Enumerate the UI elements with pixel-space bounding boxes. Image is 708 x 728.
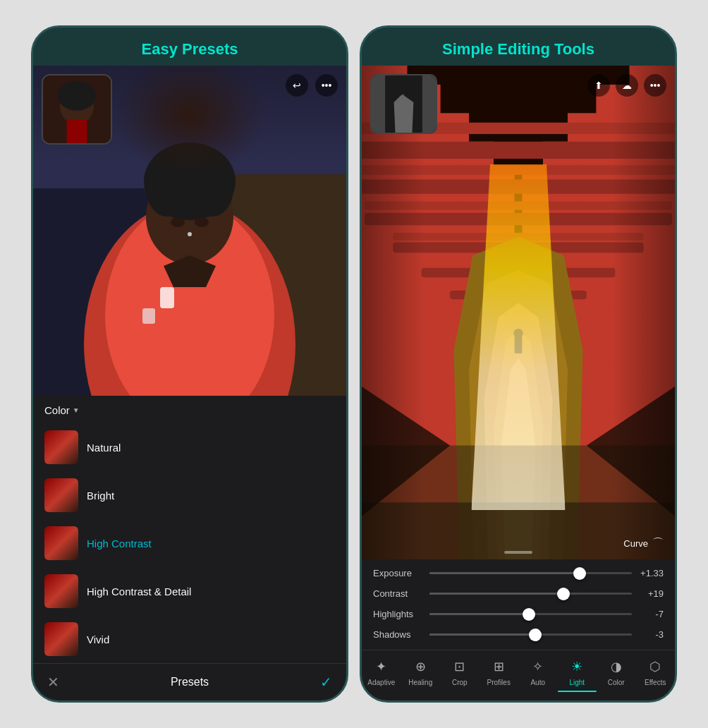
scroll-handle[interactable] xyxy=(504,551,532,554)
app-container: Easy Presets xyxy=(0,0,708,728)
chevron-down-icon: ▼ xyxy=(73,406,80,414)
tool-item-profiles[interactable]: ⊞Profiles xyxy=(480,657,518,692)
toolbar-items: ✦Adaptive⊕Healing⊡Crop⊞Profiles✧Auto☀Lig… xyxy=(362,657,675,692)
more-button-right[interactable]: ••• xyxy=(644,74,666,97)
tool-icon-profiles: ⊞ xyxy=(489,657,508,676)
svg-rect-6 xyxy=(142,308,155,324)
slider-thumb-shadows[interactable] xyxy=(529,629,542,641)
thumbnail-right xyxy=(370,74,437,134)
tool-label-profiles: Profiles xyxy=(487,679,511,686)
svg-rect-43 xyxy=(450,291,587,299)
svg-rect-54 xyxy=(515,336,523,353)
curve-label: Curve xyxy=(623,538,648,549)
svg-point-55 xyxy=(513,329,523,338)
tool-icon-effects: ⬡ xyxy=(646,657,664,676)
svg-rect-1 xyxy=(33,188,346,396)
tool-item-light[interactable]: ☀Light xyxy=(558,657,597,692)
bottom-bar-left: ✕ Presets ✓ xyxy=(33,663,346,700)
more-button[interactable]: ••• xyxy=(315,74,338,97)
main-photo-right xyxy=(362,66,675,559)
slider-list: Exposure+1.33Contrast+19Highlights-7Shad… xyxy=(373,568,664,640)
svg-rect-38 xyxy=(365,213,672,226)
svg-rect-20 xyxy=(362,66,675,559)
tool-item-color[interactable]: ◑Color xyxy=(597,657,635,692)
color-header[interactable]: Color ▼ xyxy=(33,404,346,423)
svg-rect-44 xyxy=(474,310,563,318)
left-phone: Easy Presets xyxy=(31,25,348,703)
right-top-icons: ⬆ ☁ ••• xyxy=(587,74,666,97)
slider-thumb-highlights[interactable] xyxy=(523,608,535,621)
preset-item-vivid[interactable]: Vivid xyxy=(33,615,346,663)
svg-rect-29 xyxy=(568,113,611,559)
cloud-button[interactable]: ☁ xyxy=(616,74,638,97)
preset-thumb-high-contrast xyxy=(44,526,78,560)
svg-rect-28 xyxy=(426,113,469,559)
svg-point-10 xyxy=(146,160,188,217)
svg-marker-45 xyxy=(453,236,582,559)
svg-point-9 xyxy=(144,142,236,220)
preset-label-natural: Natural xyxy=(87,442,121,454)
close-button[interactable]: ✕ xyxy=(47,674,59,691)
thumb-inner-left xyxy=(43,75,111,143)
svg-marker-47 xyxy=(484,303,553,559)
tool-item-adaptive[interactable]: ✦Adaptive xyxy=(362,657,401,692)
torii-svg xyxy=(362,66,675,559)
top-icons-left: ↩ ••• xyxy=(286,74,338,97)
svg-rect-21 xyxy=(362,66,365,559)
tool-label-light: Light xyxy=(569,679,585,686)
svg-rect-34 xyxy=(362,142,675,159)
svg-rect-5 xyxy=(160,287,174,308)
svg-marker-49 xyxy=(501,358,535,559)
svg-marker-53 xyxy=(587,351,675,559)
svg-rect-25 xyxy=(630,66,676,559)
preset-item-bright[interactable]: Bright xyxy=(33,471,346,519)
slider-fill-shadows xyxy=(429,633,532,636)
left-phone-title: Easy Presets xyxy=(33,28,346,66)
tool-label-adaptive: Adaptive xyxy=(367,679,395,686)
color-header-label: Color xyxy=(44,404,70,416)
slider-thumb-exposure[interactable] xyxy=(573,567,586,580)
tool-label-auto: Auto xyxy=(530,679,545,686)
tool-underline-light xyxy=(558,691,597,692)
svg-point-11 xyxy=(191,160,233,217)
slider-track-contrast[interactable] xyxy=(429,593,632,595)
curve-indicator[interactable]: Curve ⌒ xyxy=(623,536,664,551)
svg-rect-42 xyxy=(422,268,616,277)
preset-item-high-contrast-detail[interactable]: High Contrast & Detail xyxy=(33,567,346,615)
preset-label-vivid: Vivid xyxy=(87,633,109,645)
slider-row-highlights: Highlights-7 xyxy=(373,609,664,619)
preset-item-natural[interactable]: Natural xyxy=(33,423,346,471)
slider-track-shadows[interactable] xyxy=(429,633,632,636)
slider-value-shadows: -3 xyxy=(639,629,664,640)
svg-rect-30 xyxy=(458,142,494,559)
svg-point-18 xyxy=(58,81,96,111)
slider-track-exposure[interactable] xyxy=(429,572,632,574)
thumbnail-left xyxy=(42,74,112,145)
undo-button[interactable]: ↩ xyxy=(286,74,308,97)
slider-label-highlights: Highlights xyxy=(373,609,422,619)
slider-label-contrast: Contrast xyxy=(373,588,422,599)
tool-icon-light: ☀ xyxy=(568,657,586,676)
tool-item-crop[interactable]: ⊡Crop xyxy=(440,657,479,692)
upload-button[interactable]: ⬆ xyxy=(587,74,610,97)
svg-point-14 xyxy=(188,232,192,236)
tool-item-healing[interactable]: ⊕Healing xyxy=(401,657,440,692)
svg-rect-31 xyxy=(543,142,579,559)
slider-row-shadows: Shadows-3 xyxy=(373,629,664,640)
confirm-button[interactable]: ✓ xyxy=(320,674,332,691)
left-photo-area: ↩ ••• xyxy=(33,66,346,396)
preset-item-high-contrast[interactable]: High Contrast xyxy=(33,519,346,567)
svg-rect-24 xyxy=(362,66,408,559)
slider-row-exposure: Exposure+1.33 xyxy=(373,568,664,578)
tool-item-effects[interactable]: ⬡Effects xyxy=(636,657,675,692)
svg-marker-48 xyxy=(494,329,543,559)
preset-thumb-bright xyxy=(44,478,78,512)
svg-point-13 xyxy=(195,217,209,227)
tool-icon-crop: ⊡ xyxy=(451,657,469,676)
slider-fill-contrast xyxy=(429,593,561,595)
tool-label-effects: Effects xyxy=(645,679,666,686)
preset-label-high-contrast: High Contrast xyxy=(87,538,152,550)
slider-thumb-contrast[interactable] xyxy=(557,588,570,600)
tool-item-auto[interactable]: ✧Auto xyxy=(518,657,557,692)
slider-track-highlights[interactable] xyxy=(429,613,632,615)
